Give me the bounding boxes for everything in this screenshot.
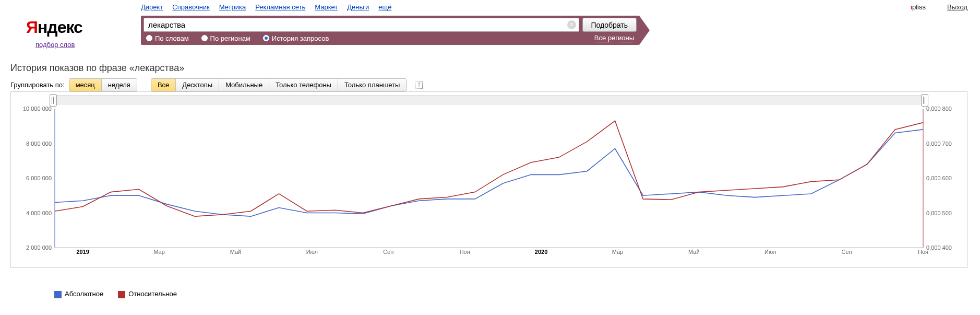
nav-link[interactable]: ещё (378, 3, 391, 11)
x-tick: Ноя (918, 249, 928, 255)
clear-icon[interactable]: × (567, 20, 576, 29)
seg-device: ВсеДесктопыМобильныеТолько телефоныТольк… (151, 78, 407, 91)
seg-period: месяцнеделя (69, 78, 137, 91)
help-icon[interactable]: ? (415, 81, 423, 89)
x-tick: Июл (306, 249, 318, 255)
radio-2[interactable]: История запросов (263, 34, 329, 42)
page-title: История показов по фразе «лекарства» (10, 63, 184, 74)
nav-link[interactable]: Деньги (347, 3, 369, 11)
logo[interactable]: Яндекс (26, 18, 82, 37)
nav-link[interactable]: Маркет (315, 3, 338, 11)
seg-device-0[interactable]: Все (151, 79, 176, 91)
radio-1[interactable]: По регионам (201, 34, 250, 42)
legend-abs[interactable]: Абсолютное (54, 290, 103, 298)
scrub-handle-right[interactable] (921, 94, 928, 107)
user-name[interactable]: ipliss (911, 3, 926, 11)
nav-link[interactable]: Рекламная сеть (255, 3, 305, 11)
all-regions-link[interactable]: Все регионы (594, 34, 634, 42)
nav-link[interactable]: Справочник (172, 3, 210, 11)
nav-link[interactable]: Метрика (219, 3, 246, 11)
x-tick: 2020 (535, 249, 547, 255)
legend-rel[interactable]: Относительное (118, 290, 177, 298)
seg-device-2[interactable]: Мобильные (219, 79, 269, 91)
chart-area: 2 000 0004 000 0006 000 0008 000 00010 0… (10, 91, 967, 268)
search-button[interactable]: Подобрать (582, 18, 637, 32)
seg-device-4[interactable]: Только планшеты (338, 79, 406, 91)
plot (55, 109, 923, 248)
search-band: × Подобрать По словамПо регионамИстория … (141, 16, 639, 45)
radio-row: По словамПо регионамИстория запросовВсе … (141, 32, 639, 42)
x-tick: Май (230, 249, 242, 255)
seg-device-1[interactable]: Десктопы (176, 79, 219, 91)
subtitle-link[interactable]: подбор слов (35, 41, 75, 49)
seg-period-1[interactable]: неделя (102, 79, 137, 91)
x-tick: 2019 (76, 249, 89, 255)
legend: Абсолютное Относительное (54, 290, 177, 298)
groupby-label: Группировать по: (10, 81, 65, 89)
x-tick: Мар (612, 249, 624, 255)
radio-0[interactable]: По словам (146, 34, 189, 42)
search-input[interactable] (144, 18, 579, 32)
nav-link[interactable]: Директ (141, 3, 163, 11)
top-nav: ДиректСправочникМетрикаРекламная сетьМар… (141, 3, 391, 11)
x-tick: Июл (764, 249, 776, 255)
x-tick: Ноя (460, 249, 470, 255)
x-tick: Сен (383, 249, 393, 255)
seg-period-0[interactable]: месяц (69, 79, 102, 91)
seg-device-3[interactable]: Только телефоны (269, 79, 338, 91)
scrub-handle-left[interactable] (50, 94, 57, 107)
x-tick: Мар (153, 249, 165, 255)
range-scrubber[interactable] (53, 95, 925, 104)
logout-link[interactable]: Выход (947, 3, 967, 11)
x-tick: Сен (842, 249, 852, 255)
x-tick: Май (688, 249, 700, 255)
